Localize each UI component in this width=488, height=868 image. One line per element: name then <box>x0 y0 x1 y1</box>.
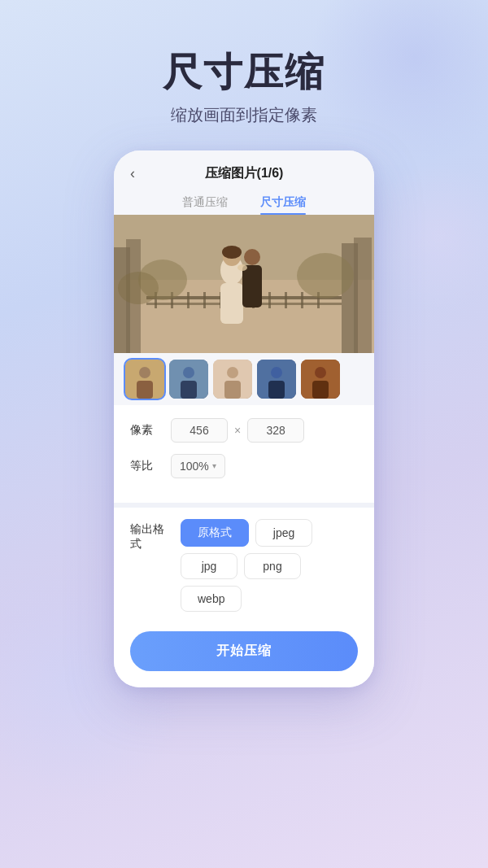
svg-rect-5 <box>354 238 372 353</box>
svg-rect-16 <box>285 292 287 308</box>
svg-rect-34 <box>181 381 197 399</box>
pixel-x-divider: × <box>234 424 241 437</box>
pixel-height-input[interactable]: 328 <box>247 418 304 443</box>
format-btn-jpeg[interactable]: jpeg <box>255 519 312 547</box>
topbar: ‹ 压缩图片(1/6) <box>114 150 374 190</box>
ratio-select[interactable]: 100% ▾ <box>171 454 225 478</box>
start-compress-button[interactable]: 开始压缩 <box>130 631 358 671</box>
format-section: 输出格式 原格式 jpeg jpg png webp <box>114 508 374 626</box>
ratio-label: 等比 <box>130 459 171 473</box>
main-title: 尺寸压缩 <box>163 49 325 96</box>
svg-point-28 <box>118 272 159 304</box>
format-row: 输出格式 原格式 jpeg jpg png webp <box>130 519 358 612</box>
tab-normal[interactable]: 普通压缩 <box>182 195 228 215</box>
svg-rect-17 <box>301 292 303 308</box>
phone-mockup: ‹ 压缩图片(1/6) 普通压缩 尺寸压缩 <box>114 150 374 687</box>
svg-point-42 <box>315 367 326 378</box>
header-section: 尺寸压缩 缩放画面到指定像素 <box>163 0 325 126</box>
format-btn-webp[interactable]: webp <box>181 586 242 612</box>
thumbnail-strip <box>114 353 374 405</box>
svg-point-36 <box>227 367 238 378</box>
pixel-label: 像素 <box>130 423 171 438</box>
pixel-width-input[interactable]: 456 <box>171 418 228 443</box>
format-btn-jpg[interactable]: jpg <box>181 553 237 579</box>
back-button[interactable]: ‹ <box>130 165 135 182</box>
svg-point-22 <box>222 246 242 259</box>
pixel-inputs: 456 × 328 <box>171 418 304 443</box>
svg-rect-40 <box>268 381 285 399</box>
svg-rect-43 <box>312 381 329 399</box>
ratio-value: 100% <box>180 460 209 473</box>
thumbnail-1[interactable] <box>125 360 164 399</box>
svg-point-25 <box>237 264 247 271</box>
format-label: 输出格式 <box>130 519 171 552</box>
start-btn-wrap: 开始压缩 <box>114 626 374 687</box>
thumbnail-3[interactable] <box>213 360 252 399</box>
tabs-row: 普通压缩 尺寸压缩 <box>114 190 374 215</box>
format-btn-original[interactable]: 原格式 <box>181 519 249 547</box>
format-buttons: 原格式 jpeg jpg png webp <box>181 519 358 612</box>
svg-rect-37 <box>224 381 241 399</box>
ratio-arrow: ▾ <box>212 461 216 470</box>
settings-panel: 像素 456 × 328 等比 100% ▾ <box>114 405 374 503</box>
svg-rect-24 <box>242 265 262 308</box>
tab-size[interactable]: 尺寸压缩 <box>260 195 306 215</box>
photo-svg <box>114 215 374 353</box>
pixel-row: 像素 456 × 328 <box>130 418 358 443</box>
svg-point-27 <box>297 253 354 299</box>
svg-point-23 <box>244 249 260 265</box>
thumbnail-2[interactable] <box>169 360 208 399</box>
svg-rect-31 <box>137 381 153 399</box>
topbar-title: 压缩图片(1/6) <box>205 165 284 182</box>
sub-title: 缩放画面到指定像素 <box>163 104 325 126</box>
svg-point-30 <box>139 367 150 378</box>
ratio-row: 等比 100% ▾ <box>130 454 358 478</box>
main-photo <box>114 215 374 353</box>
thumbnail-4[interactable] <box>257 360 296 399</box>
svg-rect-11 <box>203 292 206 308</box>
svg-point-33 <box>183 367 194 378</box>
svg-rect-10 <box>187 292 190 308</box>
thumbnail-5[interactable] <box>301 360 340 399</box>
svg-rect-20 <box>220 283 243 324</box>
format-btn-png[interactable]: png <box>244 553 301 579</box>
svg-rect-15 <box>268 292 271 308</box>
svg-point-39 <box>271 367 282 378</box>
